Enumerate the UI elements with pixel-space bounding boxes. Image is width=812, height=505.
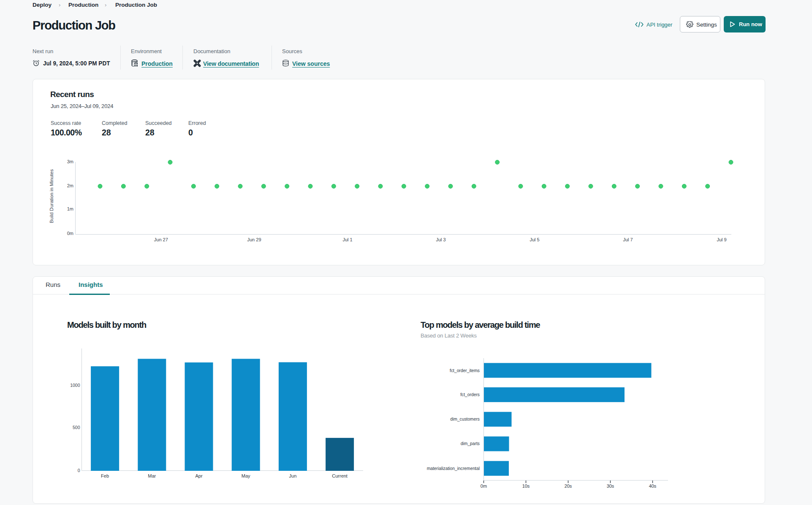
svg-text:materialization_incremental: materialization_incremental [427, 466, 480, 471]
svg-text:fct_orders: fct_orders [460, 392, 480, 397]
svg-text:0: 0 [78, 468, 80, 473]
svg-text:30s: 30s [607, 483, 614, 489]
svg-text:Jul 7: Jul 7 [623, 237, 633, 242]
svg-text:10s: 10s [522, 483, 530, 489]
svg-text:Jul 9: Jul 9 [717, 237, 726, 242]
svg-text:dim_parts: dim_parts [461, 441, 480, 446]
svg-text:Mar: Mar [148, 473, 156, 478]
svg-text:500: 500 [73, 425, 80, 430]
svg-text:dim_customers: dim_customers [450, 417, 480, 421]
svg-text:May: May [242, 473, 250, 478]
svg-text:Jul 1: Jul 1 [342, 237, 352, 242]
svg-text:Jun 27: Jun 27 [154, 237, 168, 242]
svg-text:0m: 0m [481, 483, 487, 489]
svg-text:3m: 3m [67, 159, 73, 164]
svg-text:1m: 1m [67, 206, 73, 211]
svg-text:fct_order_items: fct_order_items [450, 368, 480, 373]
svg-text:Build Duration in Minutes: Build Duration in Minutes [49, 169, 54, 223]
svg-text:Current: Current [332, 473, 348, 478]
svg-text:2m: 2m [67, 183, 73, 188]
svg-text:20s: 20s [565, 483, 572, 489]
svg-text:Jun: Jun [289, 473, 297, 478]
svg-text:1000: 1000 [70, 383, 80, 388]
svg-text:Apr: Apr [195, 473, 202, 478]
svg-text:40s: 40s [649, 483, 657, 489]
svg-text:Jun 29: Jun 29 [247, 237, 261, 242]
svg-text:Jul 3: Jul 3 [436, 237, 445, 242]
svg-text:Feb: Feb [101, 473, 109, 478]
svg-text:0m: 0m [67, 231, 73, 236]
svg-text:Jul 5: Jul 5 [530, 237, 539, 242]
